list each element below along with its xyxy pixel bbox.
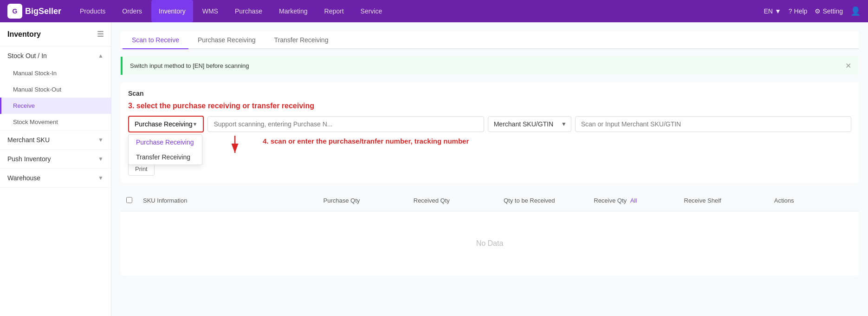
alert-close-button[interactable]: ✕ [845, 61, 851, 70]
dropdown-chevron-icon: ▼ [193, 121, 198, 127]
language-selector[interactable]: EN ▼ [764, 7, 781, 15]
sidebar-section-warehouse: Warehouse ▼ [0, 169, 111, 188]
scan-label: Scan [128, 90, 851, 97]
th-checkbox [121, 195, 137, 206]
sidebar-toggle-icon[interactable]: ☰ [97, 30, 104, 39]
dropdown-selected-value: Purchase Receiving [135, 120, 193, 128]
sidebar-title: Inventory [7, 30, 41, 39]
sku-input[interactable] [575, 116, 851, 132]
nav-right: EN ▼ ? Help ⚙ Setting 👤 [764, 6, 861, 16]
chevron-down-icon: ▼ [775, 7, 781, 15]
sidebar-item-receive[interactable]: Receive [0, 98, 111, 114]
logo-icon: G [7, 4, 22, 19]
chevron-down-icon-warehouse: ▼ [98, 175, 104, 181]
th-sku-info: SKU Information [137, 195, 318, 206]
annotation-arrow-icon [221, 133, 249, 157]
th-received-qty: Received Qty [408, 195, 498, 206]
sidebar-section-merchant-sku-header[interactable]: Merchant SKU ▼ [0, 131, 111, 149]
sidebar-section-stock: Stock Out / In ▲ Manual Stock-In Manual … [0, 46, 111, 131]
dropdown-option-transfer[interactable]: Transfer Receiving [129, 150, 202, 165]
select-all-checkbox[interactable] [126, 197, 132, 203]
purchase-number-input[interactable] [207, 116, 484, 132]
sidebar-section-push-inventory: Push Inventory ▼ [0, 150, 111, 169]
settings-button[interactable]: ⚙ Setting [815, 7, 843, 15]
sku-type-dropdown-wrapper: Merchant SKU/GTIN ▼ [488, 116, 571, 132]
nav-inventory[interactable]: Inventory [151, 0, 193, 22]
scan-area: Scan 3. select the purchase receiving or… [121, 82, 859, 183]
annotation-2: 4. scan or enter the purchase/tranfer nu… [263, 137, 469, 145]
data-table: SKU Information Purchase Qty Received Qt… [121, 191, 859, 276]
receive-qty-all-link[interactable]: All [630, 197, 637, 204]
tab-transfer-receiving[interactable]: Transfer Receiving [265, 32, 337, 49]
top-navigation: G BigSeller Products Orders Inventory WM… [0, 0, 868, 22]
nav-report[interactable]: Report [317, 0, 351, 22]
tabs-container: Scan to Receive Purchase Receiving Trans… [121, 32, 859, 49]
receive-type-dropdown-wrapper: Purchase Receiving ▼ Purchase Receiving … [128, 116, 204, 132]
logo[interactable]: G BigSeller [7, 4, 61, 19]
scan-controls: Purchase Receiving ▼ Purchase Receiving … [128, 116, 851, 132]
gear-icon: ⚙ [815, 7, 821, 15]
nav-orders[interactable]: Orders [115, 0, 149, 22]
sku-type-select[interactable]: Merchant SKU/GTIN [488, 116, 571, 132]
sidebar: Inventory ☰ Stock Out / In ▲ Manual Stoc… [0, 22, 111, 316]
tab-purchase-receiving[interactable]: Purchase Receiving [188, 32, 265, 49]
nav-purchase[interactable]: Purchase [227, 0, 270, 22]
sidebar-item-stock-movement[interactable]: Stock Movement [0, 114, 111, 130]
dropdown-option-purchase[interactable]: Purchase Receiving [129, 135, 202, 150]
receive-type-dropdown[interactable]: Purchase Receiving ▼ Purchase Receiving … [128, 116, 204, 132]
logo-text: BigSeller [25, 7, 61, 16]
sidebar-section-stock-header[interactable]: Stock Out / In ▲ [0, 46, 111, 65]
chevron-down-icon-push: ▼ [98, 156, 104, 162]
nav-marketing[interactable]: Marketing [272, 0, 315, 22]
sidebar-section-warehouse-header[interactable]: Warehouse ▼ [0, 169, 111, 187]
sidebar-section-merchant-sku: Merchant SKU ▼ [0, 131, 111, 150]
annotation-1: 3. select the purchase receiving or tran… [128, 102, 851, 110]
th-qty-to-receive: Qty to be Received [498, 195, 588, 206]
chevron-down-icon-merchant: ▼ [98, 137, 104, 143]
sidebar-item-manual-stock-in[interactable]: Manual Stock-In [0, 65, 111, 81]
main-layout: Inventory ☰ Stock Out / In ▲ Manual Stoc… [0, 22, 868, 316]
th-actions: Actions [769, 195, 859, 206]
nav-wms[interactable]: WMS [195, 0, 226, 22]
th-receive-qty: Receive Qty All [588, 195, 678, 206]
alert-banner: Switch input method to [EN] before scann… [121, 57, 859, 75]
help-icon: ? [789, 7, 792, 15]
nav-service[interactable]: Service [353, 0, 390, 22]
nav-products[interactable]: Products [72, 0, 113, 22]
sidebar-item-manual-stock-out[interactable]: Manual Stock-Out [0, 81, 111, 98]
user-icon: 👤 [850, 6, 861, 16]
help-button[interactable]: ? Help [789, 7, 808, 15]
th-purchase-qty: Purchase Qty [318, 195, 408, 206]
th-receive-shelf: Receive Shelf [679, 195, 769, 206]
tab-scan-to-receive[interactable]: Scan to Receive [123, 32, 188, 49]
user-avatar[interactable]: 👤 [850, 6, 861, 16]
sidebar-header: Inventory ☰ [0, 22, 111, 46]
no-data-message: No Data [121, 211, 859, 276]
nav-items: Products Orders Inventory WMS Purchase M… [72, 0, 764, 22]
main-content: Scan to Receive Purchase Receiving Trans… [111, 22, 868, 316]
alert-message: Switch input method to [EN] before scann… [130, 62, 249, 69]
sidebar-section-push-inventory-header[interactable]: Push Inventory ▼ [0, 150, 111, 168]
chevron-up-icon: ▲ [98, 53, 104, 59]
table-header: SKU Information Purchase Qty Received Qt… [121, 191, 859, 211]
